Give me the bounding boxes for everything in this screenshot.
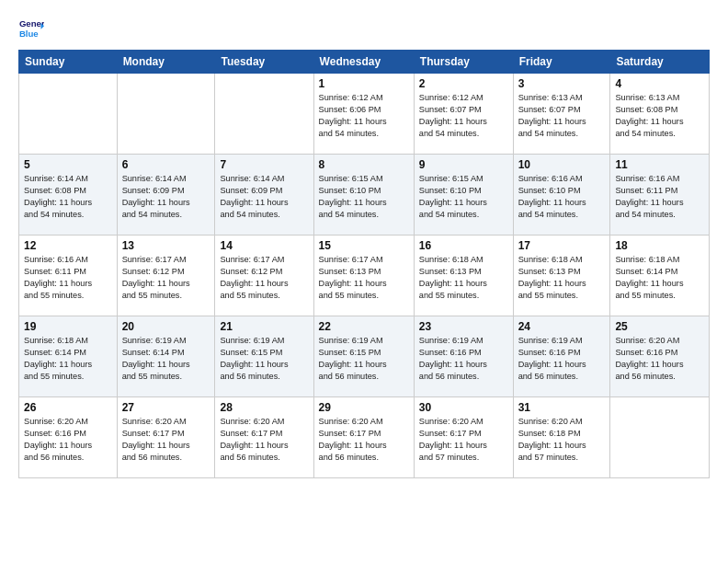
calendar-cell: 3Sunrise: 6:13 AM Sunset: 6:07 PM Daylig… (513, 74, 610, 155)
svg-text:Blue: Blue (19, 29, 39, 39)
calendar-cell (117, 74, 215, 155)
calendar-cell: 22Sunrise: 6:19 AM Sunset: 6:15 PM Dayli… (313, 316, 414, 397)
day-info: Sunrise: 6:18 AM Sunset: 6:14 PM Dayligh… (24, 335, 112, 383)
day-info: Sunrise: 6:17 AM Sunset: 6:12 PM Dayligh… (220, 254, 308, 302)
calendar-cell: 26Sunrise: 6:20 AM Sunset: 6:16 PM Dayli… (19, 397, 118, 478)
day-number: 31 (518, 401, 606, 414)
day-info: Sunrise: 6:19 AM Sunset: 6:16 PM Dayligh… (518, 335, 606, 383)
day-info: Sunrise: 6:20 AM Sunset: 6:17 PM Dayligh… (220, 416, 308, 464)
day-number: 5 (24, 158, 112, 171)
calendar-cell: 20Sunrise: 6:19 AM Sunset: 6:14 PM Dayli… (117, 316, 215, 397)
weekday-header-thursday: Thursday (414, 51, 513, 74)
day-number: 21 (220, 320, 308, 333)
day-number: 27 (122, 401, 210, 414)
day-info: Sunrise: 6:13 AM Sunset: 6:08 PM Dayligh… (615, 92, 704, 140)
day-info: Sunrise: 6:16 AM Sunset: 6:11 PM Dayligh… (24, 254, 112, 302)
day-info: Sunrise: 6:18 AM Sunset: 6:14 PM Dayligh… (615, 254, 704, 302)
calendar-cell: 19Sunrise: 6:18 AM Sunset: 6:14 PM Dayli… (19, 316, 118, 397)
day-info: Sunrise: 6:12 AM Sunset: 6:06 PM Dayligh… (319, 92, 409, 140)
calendar-cell (19, 74, 118, 155)
day-info: Sunrise: 6:19 AM Sunset: 6:15 PM Dayligh… (319, 335, 409, 383)
calendar-cell: 15Sunrise: 6:17 AM Sunset: 6:13 PM Dayli… (313, 236, 414, 316)
day-info: Sunrise: 6:13 AM Sunset: 6:07 PM Dayligh… (518, 92, 606, 140)
calendar-cell: 18Sunrise: 6:18 AM Sunset: 6:14 PM Dayli… (610, 236, 710, 316)
day-number: 1 (319, 77, 409, 90)
calendar-cell: 8Sunrise: 6:15 AM Sunset: 6:10 PM Daylig… (313, 155, 414, 236)
day-info: Sunrise: 6:14 AM Sunset: 6:09 PM Dayligh… (220, 173, 308, 221)
day-number: 26 (24, 401, 112, 414)
weekday-header-saturday: Saturday (610, 51, 710, 74)
week-row-0: 1Sunrise: 6:12 AM Sunset: 6:06 PM Daylig… (19, 74, 710, 155)
day-info: Sunrise: 6:17 AM Sunset: 6:13 PM Dayligh… (319, 254, 409, 302)
weekday-header-wednesday: Wednesday (313, 51, 414, 74)
day-info: Sunrise: 6:14 AM Sunset: 6:08 PM Dayligh… (24, 173, 112, 221)
day-info: Sunrise: 6:16 AM Sunset: 6:10 PM Dayligh… (518, 173, 606, 221)
calendar-cell: 23Sunrise: 6:19 AM Sunset: 6:16 PM Dayli… (414, 316, 513, 397)
day-number: 17 (518, 239, 606, 252)
day-info: Sunrise: 6:19 AM Sunset: 6:16 PM Dayligh… (419, 335, 508, 383)
day-number: 10 (518, 158, 606, 171)
calendar-cell: 16Sunrise: 6:18 AM Sunset: 6:13 PM Dayli… (414, 236, 513, 316)
day-number: 6 (122, 158, 210, 171)
calendar-cell: 12Sunrise: 6:16 AM Sunset: 6:11 PM Dayli… (19, 236, 118, 316)
day-info: Sunrise: 6:14 AM Sunset: 6:09 PM Dayligh… (122, 173, 210, 221)
calendar-cell: 4Sunrise: 6:13 AM Sunset: 6:08 PM Daylig… (610, 74, 710, 155)
day-number: 15 (319, 239, 409, 252)
weekday-header-tuesday: Tuesday (215, 51, 313, 74)
day-number: 11 (615, 158, 704, 171)
calendar-cell: 27Sunrise: 6:20 AM Sunset: 6:17 PM Dayli… (117, 397, 215, 478)
day-info: Sunrise: 6:19 AM Sunset: 6:14 PM Dayligh… (122, 335, 210, 383)
day-number: 7 (220, 158, 308, 171)
calendar-cell: 10Sunrise: 6:16 AM Sunset: 6:10 PM Dayli… (513, 155, 610, 236)
day-number: 13 (122, 239, 210, 252)
calendar-cell: 7Sunrise: 6:14 AM Sunset: 6:09 PM Daylig… (215, 155, 313, 236)
day-number: 4 (615, 77, 704, 90)
day-number: 23 (419, 320, 508, 333)
day-info: Sunrise: 6:18 AM Sunset: 6:13 PM Dayligh… (419, 254, 508, 302)
day-info: Sunrise: 6:15 AM Sunset: 6:10 PM Dayligh… (319, 173, 409, 221)
day-info: Sunrise: 6:20 AM Sunset: 6:17 PM Dayligh… (319, 416, 409, 464)
day-info: Sunrise: 6:20 AM Sunset: 6:17 PM Dayligh… (419, 416, 508, 464)
day-number: 9 (419, 158, 508, 171)
day-info: Sunrise: 6:16 AM Sunset: 6:11 PM Dayligh… (615, 173, 704, 221)
weekday-header-friday: Friday (513, 51, 610, 74)
weekday-header-monday: Monday (117, 51, 215, 74)
calendar-cell: 1Sunrise: 6:12 AM Sunset: 6:06 PM Daylig… (313, 74, 414, 155)
calendar-cell: 6Sunrise: 6:14 AM Sunset: 6:09 PM Daylig… (117, 155, 215, 236)
day-number: 8 (319, 158, 409, 171)
day-info: Sunrise: 6:18 AM Sunset: 6:13 PM Dayligh… (518, 254, 606, 302)
calendar-cell: 24Sunrise: 6:19 AM Sunset: 6:16 PM Dayli… (513, 316, 610, 397)
day-number: 14 (220, 239, 308, 252)
header: General Blue (18, 15, 710, 40)
calendar-cell: 30Sunrise: 6:20 AM Sunset: 6:17 PM Dayli… (414, 397, 513, 478)
day-number: 18 (615, 239, 704, 252)
day-info: Sunrise: 6:20 AM Sunset: 6:16 PM Dayligh… (24, 416, 112, 464)
day-info: Sunrise: 6:15 AM Sunset: 6:10 PM Dayligh… (419, 173, 508, 221)
day-number: 19 (24, 320, 112, 333)
calendar-cell (215, 74, 313, 155)
day-number: 16 (419, 239, 508, 252)
week-row-1: 5Sunrise: 6:14 AM Sunset: 6:08 PM Daylig… (19, 155, 710, 236)
day-number: 12 (24, 239, 112, 252)
calendar-cell: 29Sunrise: 6:20 AM Sunset: 6:17 PM Dayli… (313, 397, 414, 478)
day-number: 3 (518, 77, 606, 90)
day-number: 22 (319, 320, 409, 333)
calendar-cell: 28Sunrise: 6:20 AM Sunset: 6:17 PM Dayli… (215, 397, 313, 478)
calendar-cell: 21Sunrise: 6:19 AM Sunset: 6:15 PM Dayli… (215, 316, 313, 397)
weekday-header-row: SundayMondayTuesdayWednesdayThursdayFrid… (19, 51, 710, 74)
week-row-2: 12Sunrise: 6:16 AM Sunset: 6:11 PM Dayli… (19, 236, 710, 316)
week-row-3: 19Sunrise: 6:18 AM Sunset: 6:14 PM Dayli… (19, 316, 710, 397)
day-info: Sunrise: 6:20 AM Sunset: 6:17 PM Dayligh… (122, 416, 210, 464)
day-number: 30 (419, 401, 508, 414)
calendar-cell: 9Sunrise: 6:15 AM Sunset: 6:10 PM Daylig… (414, 155, 513, 236)
calendar-cell: 2Sunrise: 6:12 AM Sunset: 6:07 PM Daylig… (414, 74, 513, 155)
day-info: Sunrise: 6:19 AM Sunset: 6:15 PM Dayligh… (220, 335, 308, 383)
day-info: Sunrise: 6:20 AM Sunset: 6:16 PM Dayligh… (615, 335, 704, 383)
calendar-cell: 13Sunrise: 6:17 AM Sunset: 6:12 PM Dayli… (117, 236, 215, 316)
calendar-table: SundayMondayTuesdayWednesdayThursdayFrid… (18, 50, 710, 478)
page: General Blue SundayMondayTuesdayWednesda… (0, 0, 728, 563)
logo-icon: General Blue (18, 15, 44, 40)
day-number: 25 (615, 320, 704, 333)
day-number: 2 (419, 77, 508, 90)
calendar-cell: 17Sunrise: 6:18 AM Sunset: 6:13 PM Dayli… (513, 236, 610, 316)
